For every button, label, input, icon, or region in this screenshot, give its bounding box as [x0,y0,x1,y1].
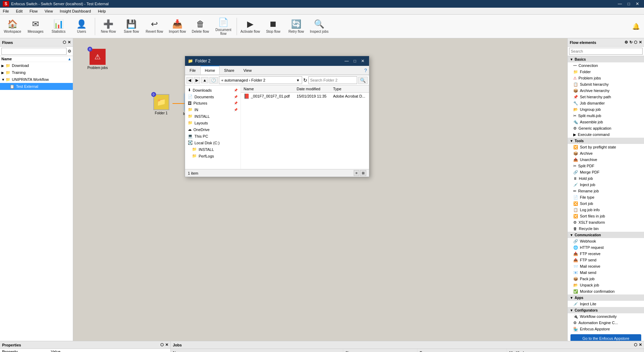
toolbar-statistics[interactable]: 📊 Statistics [47,16,70,37]
dialog-sidebar-downloads[interactable]: ⬇ Downloads 📌 [185,87,240,93]
tree-item-test-external[interactable]: 📋 Test External [0,83,73,90]
props-expand-btn[interactable]: ⬡ [160,343,164,347]
fe-close-btn[interactable]: ✕ [639,40,642,45]
jobs-col-name[interactable]: Name ▼ [171,349,343,352]
fe-group-apps[interactable]: ▼ Apps [568,294,644,301]
flows-close-btn[interactable]: ✕ [68,40,71,45]
dialog-maximize-btn[interactable]: □ [352,59,358,63]
fe-item-problem-jobs[interactable]: ⚠ Problem jobs [568,75,644,81]
fe-item-file-type[interactable]: 📄 File type [568,194,644,200]
jobs-col-type[interactable]: Type [417,349,507,352]
toolbar-save-flow[interactable]: 💾 Save flow [120,16,143,37]
fe-item-generic-application[interactable]: ⚙ Generic application [568,125,644,131]
fe-item-assemble-job[interactable]: 🔩 Assemble job [568,119,644,125]
dialog-forward-btn[interactable]: ▶ [194,77,200,84]
toolbar-activate-flow[interactable]: ▶ Activate flow [239,16,261,37]
dialog-tab-view[interactable]: View [239,66,256,75]
dialog-sidebar-perflogs[interactable]: 📁 PerfLogs [185,153,240,159]
dialog-tab-share[interactable]: Share [220,66,239,75]
fe-refresh-btn[interactable]: ↻ [629,40,632,45]
dialog-sidebar-onedrive[interactable]: ☁ OneDrive [185,126,240,133]
fe-item-automation-engine[interactable]: ⚙ Automation Engine C... [568,320,644,326]
fe-item-xslt-transform[interactable]: ⚙ XSLT transform [568,219,644,225]
folder1-node[interactable]: 0 📁 Folder 1 [150,94,172,115]
dialog-sidebar-in[interactable]: 📁 IN 📌 [185,106,240,113]
dialog-breadcrumb-dropdown[interactable]: ▼ [296,78,300,82]
canvas-area[interactable]: 0 ⚠ Problem jobs 0 📁 Folder 1 >_ [73,38,567,341]
toolbar-inspect-jobs[interactable]: 🔍 Inspect jobs [308,16,330,37]
fe-item-archive[interactable]: 📦 Archive [568,150,644,156]
tree-item-download[interactable]: ▶ 📁 Download [0,62,73,69]
dialog-sidebar-install1[interactable]: 📁 INSTALL [185,113,240,120]
fe-item-submit-hierarchy[interactable]: 📋 Submit hierarchy [568,81,644,87]
menu-insight[interactable]: Insight Dashboard [59,8,92,14]
jobs-col-modified[interactable]: Modified [507,349,644,352]
fe-item-ungroup-job[interactable]: 📂 Ungroup job [568,106,644,113]
menu-view[interactable]: View [43,8,54,14]
dialog-close-btn[interactable]: ✕ [359,59,366,63]
fe-item-pack-job[interactable]: 📦 Pack job [568,276,644,282]
col-date-modified[interactable]: Date modified [294,85,330,92]
toolbar-delete-flow[interactable]: 🗑 Delete flow [189,16,212,37]
fe-item-archive-hierarchy[interactable]: 📦 Archive hierarchy [568,87,644,94]
fe-item-monitor-confirm[interactable]: ✅ Monitor confirmation [568,288,644,294]
toolbar-retry-flow[interactable]: 🔄 Retry flow [285,16,307,37]
fe-group-tools[interactable]: ▼ Tools [568,138,644,144]
fe-item-inject-job[interactable]: 💉 Inject job [568,182,644,188]
toolbar-revert-flow[interactable]: ↩ Revert flow [143,16,166,37]
dialog-up-btn[interactable]: ▲ [201,77,208,83]
dialog-sidebar-pictures[interactable]: 🖼 Pictures 📌 [185,100,240,106]
fe-item-merge-pdf[interactable]: 🔗 Merge PDF [568,169,644,175]
fe-item-log-job-info[interactable]: 📋 Log job info [568,207,644,213]
fe-item-workflow-connectivity[interactable]: 🔌 Workflow connectivity [568,313,644,320]
dialog-search-input[interactable] [308,76,357,84]
fe-item-http-request[interactable]: 🌐 HTTP request [568,244,644,251]
toolbar-stop-flow[interactable]: ⏹ Stop flow [262,16,284,37]
menu-file[interactable]: File [1,8,10,14]
fe-item-mail-send[interactable]: 📧 Mail send [568,269,644,276]
dialog-recent-btn[interactable]: 🕐 [209,77,218,84]
jobs-col-size[interactable]: Size [343,349,417,352]
maximize-button[interactable]: □ [626,1,632,6]
jobs-close-btn[interactable]: ✕ [639,343,642,347]
fe-item-job-dismantler[interactable]: 🔧 Job dismantler [568,100,644,106]
dialog-sidebar-thispc[interactable]: 💻 This PC [185,133,240,139]
fe-item-sort-preflight[interactable]: 🔀 Sort by preflight state [568,144,644,150]
dialog-tab-file[interactable]: File [185,66,200,75]
dialog-sidebar-layouts[interactable]: 📁 Layouts [185,120,240,126]
fe-group-communication[interactable]: ▼ Communication [568,232,644,238]
dialog-file-row[interactable]: 📕 _001F7_001F7_01.pdf 15/01/2019 11:35 A… [241,92,369,100]
menu-flow[interactable]: Flow [28,8,39,14]
fe-item-enfocus-appstore[interactable]: 🏪 Enfocus Appstore [568,326,644,332]
fe-group-basics[interactable]: ▼ Basics [568,56,644,62]
fe-item-folder[interactable]: 📁 Folder [568,69,644,75]
fe-item-mail-receive[interactable]: 📨 Mail receive [568,263,644,269]
toolbar-new-row[interactable]: ➕ New Row [97,16,120,37]
fe-item-sort-files-in-job[interactable]: 🔀 Sort files in job [568,213,644,219]
dialog-minimize-btn[interactable]: — [343,59,351,63]
tree-item-training[interactable]: ▶ 📁 Training [0,69,73,76]
jobs-expand-btn[interactable]: ⬡ [634,343,637,347]
problem-jobs-node[interactable]: 0 ⚠ Problem jobs [84,49,112,70]
dialog-tab-home[interactable]: Home [200,66,220,75]
dialog-sidebar-local-disk[interactable]: 💽 Local Disk (C:) [185,139,240,146]
dialog-sidebar-documents[interactable]: 📄 Documents 📌 [185,93,240,100]
dialog-detail-view-btn[interactable]: ⊞ [360,170,366,176]
menu-help[interactable]: Help [97,8,107,14]
go-to-appstore-btn[interactable]: Go to the Enfocus Appstore [570,334,641,341]
toolbar-users[interactable]: 👤 Users [70,16,93,37]
menu-edit[interactable]: Edit [15,8,24,14]
flows-expand-btn[interactable]: ⬡ [63,40,66,45]
dialog-refresh-btn[interactable]: ↻ [303,77,307,83]
fe-item-unpack-job[interactable]: 📂 Unpack job [568,282,644,288]
dialog-back-btn[interactable]: ◀ [186,77,193,84]
fe-item-unarchive[interactable]: 📤 Unarchive [568,156,644,163]
dialog-breadcrumb[interactable]: « automanaged › Folder 2 ▼ [219,76,302,84]
fe-item-webhook[interactable]: 🔗 Webhook [568,238,644,244]
fe-item-recycle-bin[interactable]: 🗑 Recycle bin [568,225,644,232]
toolbar-messages[interactable]: ✉ Messages [24,16,47,37]
fe-item-connection[interactable]: Connection [568,62,644,69]
close-button[interactable]: ✕ [634,1,641,6]
col-name[interactable]: Name [241,85,294,92]
fe-expand-btn[interactable]: ⬡ [634,40,637,45]
